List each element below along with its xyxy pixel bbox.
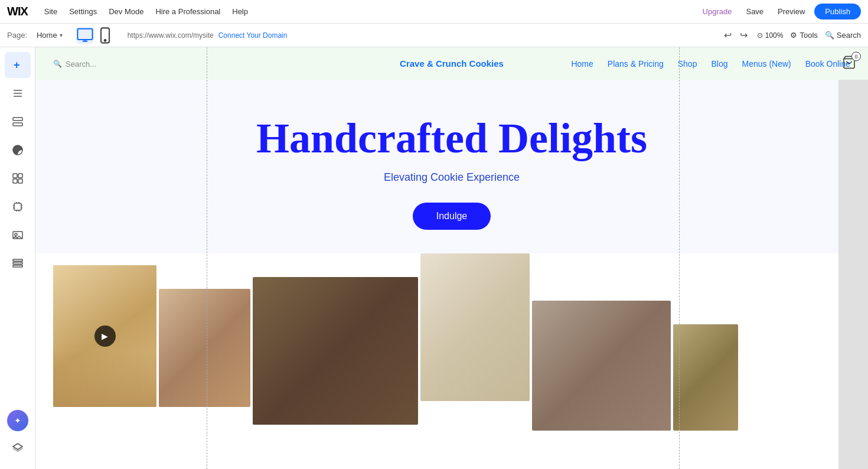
connect-domain-link[interactable]: Connect Your Domain [218, 31, 288, 40]
sidebar-plugins[interactable] [5, 194, 31, 220]
site-header: 🔍 Search... Home Plans & Pricing Shop Bl… [35, 47, 868, 80]
chevron-down-icon: ▾ [60, 32, 63, 38]
wix-logo: WIX [7, 5, 28, 18]
page-name: Home [37, 31, 57, 40]
sidebar-apps[interactable] [5, 165, 31, 191]
publish-button[interactable]: Publish [814, 4, 861, 19]
page-label: Page: [7, 31, 27, 40]
svg-rect-20 [13, 262, 22, 264]
photo-grid: ▶ [35, 253, 868, 442]
sidebar-add-elements[interactable]: + [5, 52, 31, 78]
top-bar-right: Upgrade Save Preview Publish [698, 4, 861, 19]
svg-rect-0 [77, 28, 92, 39]
zoom-icon: ⊙ [757, 31, 763, 40]
second-bar-right: ↩ ↪ ⊙ 100% ⚙ Tools 🔍 Search [722, 27, 861, 43]
photo-dough[interactable]: ▶ [53, 265, 156, 407]
tools-button[interactable]: ⚙ Tools [790, 31, 817, 40]
site-nav-home[interactable]: Home [571, 59, 593, 69]
site-nav-blog[interactable]: Blog [711, 59, 727, 69]
ai-assistant-icon[interactable]: ✦ [7, 410, 28, 431]
play-button[interactable]: ▶ [94, 325, 116, 347]
svg-text:+: + [14, 59, 20, 71]
nav-site[interactable]: Site [44, 7, 57, 16]
sidebar-pages[interactable] [5, 80, 31, 106]
save-button[interactable]: Save [741, 5, 768, 18]
mobile-icon[interactable] [97, 27, 113, 44]
tools-label: Tools [800, 31, 817, 40]
preview-button[interactable]: Preview [773, 5, 810, 18]
photo-misc[interactable] [673, 324, 738, 431]
site-nav: Home Plans & Pricing Shop Blog Menus (Ne… [571, 59, 850, 69]
search-button[interactable]: 🔍 Search [825, 31, 861, 40]
site-nav-shop[interactable]: Shop [678, 59, 697, 69]
upgrade-button[interactable]: Upgrade [698, 5, 737, 18]
sidebar-sections[interactable] [5, 109, 31, 135]
url-bar: https://www.wix.com/mysite Connect Your … [123, 31, 712, 40]
undo-button[interactable]: ↩ [722, 27, 734, 43]
website-preview: 🔍 Search... Home Plans & Pricing Shop Bl… [35, 47, 868, 469]
sidebar-bottom: ✦ [5, 410, 31, 464]
main-layout: + ✦ [0, 47, 868, 469]
photo-jars[interactable] [253, 277, 418, 425]
hero-title: Handcrafted Delights [53, 115, 850, 162]
cart-badge: 0 [851, 51, 861, 61]
redo-button[interactable]: ↪ [738, 27, 750, 43]
nav-hire[interactable]: Hire a Professional [155, 7, 220, 16]
search-icon: 🔍 [825, 31, 834, 40]
search-text: Search... [66, 59, 96, 68]
sidebar-theme[interactable] [5, 137, 31, 163]
zoom-value: 100% [765, 31, 784, 40]
svg-rect-14 [13, 179, 17, 183]
hero-section: Handcrafted Delights Elevating Cookie Ex… [35, 80, 868, 253]
svg-rect-19 [13, 259, 22, 261]
svg-rect-21 [13, 265, 22, 267]
site-search[interactable]: 🔍 Search... [53, 59, 96, 68]
site-nav-plans[interactable]: Plans & Pricing [608, 59, 664, 69]
zoom-control[interactable]: ⊙ 100% [757, 31, 784, 40]
nav-devmode[interactable]: Dev Mode [109, 7, 143, 16]
right-panel [838, 47, 868, 469]
sidebar-data[interactable] [5, 250, 31, 276]
desktop-icon[interactable] [77, 27, 93, 44]
nav-help[interactable]: Help [232, 7, 248, 16]
url-text: https://www.wix.com/mysite [128, 31, 214, 40]
nav-settings[interactable]: Settings [69, 7, 97, 16]
svg-rect-15 [18, 179, 22, 183]
sidebar-layers[interactable] [5, 434, 31, 460]
hero-cta-button[interactable]: Indulge [413, 203, 491, 230]
photo-box[interactable] [420, 253, 530, 401]
svg-rect-9 [13, 118, 22, 120]
undo-redo: ↩ ↪ [722, 27, 750, 43]
device-icons [77, 27, 113, 44]
left-sidebar: + ✦ [0, 47, 35, 469]
svg-point-4 [104, 40, 106, 41]
hero-subtitle: Elevating Cookie Experience [53, 171, 850, 184]
sidebar-media[interactable] [5, 222, 31, 248]
site-logo: Crave & Crunch Cookies [400, 58, 504, 69]
cart-icon[interactable]: 0 [842, 55, 856, 72]
canvas-area: 🔍 Search... Home Plans & Pricing Shop Bl… [35, 47, 868, 469]
search-label: Search [837, 31, 861, 40]
site-nav-menus[interactable]: Menus (New) [742, 59, 791, 69]
page-select[interactable]: Home ▾ [37, 31, 63, 40]
tools-icon: ⚙ [790, 31, 797, 40]
svg-rect-10 [13, 123, 22, 126]
photo-cookies-shelf[interactable] [159, 289, 250, 407]
top-bar: WIX Site Settings Dev Mode Hire a Profes… [0, 0, 868, 24]
svg-rect-12 [13, 174, 17, 178]
second-bar: Page: Home ▾ https://www.wix.com/mysite … [0, 24, 868, 47]
svg-point-18 [15, 233, 17, 236]
svg-rect-13 [18, 174, 22, 178]
svg-rect-16 [14, 203, 21, 210]
photo-bowl[interactable] [532, 301, 671, 431]
search-icon: 🔍 [53, 60, 62, 68]
